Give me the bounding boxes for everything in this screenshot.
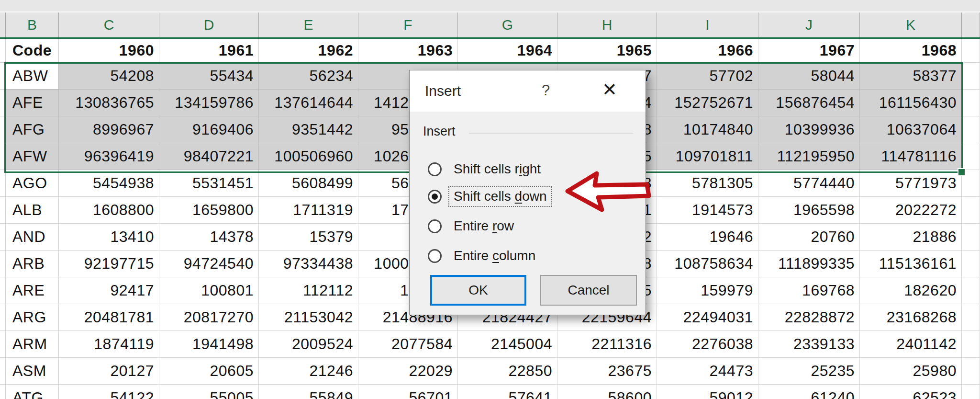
cell[interactable]: 13410 — [59, 224, 159, 251]
radio-circle-icon[interactable] — [428, 219, 442, 233]
radio-circle-icon[interactable] — [428, 162, 442, 176]
radio-entire-row[interactable]: Entire row — [428, 215, 519, 237]
column-header-partial-left[interactable] — [0, 12, 6, 37]
row-code-cell[interactable]: AND — [6, 224, 59, 251]
partial-cell[interactable] — [962, 304, 980, 331]
partial-cell[interactable] — [0, 277, 6, 304]
cell[interactable]: 2009524 — [259, 331, 358, 358]
partial-cell[interactable] — [962, 90, 980, 116]
cell[interactable]: 134159786 — [159, 90, 259, 116]
column-header-K[interactable]: K — [860, 12, 962, 37]
cell[interactable]: 92197715 — [59, 251, 159, 277]
cell[interactable]: 2211316 — [557, 331, 657, 358]
cell[interactable]: 2339133 — [758, 331, 860, 358]
cell[interactable]: 14378 — [159, 224, 259, 251]
row-code-cell[interactable]: ARM — [6, 331, 59, 358]
cell[interactable]: 1608800 — [59, 197, 159, 224]
cell[interactable]: 20760 — [758, 224, 860, 251]
column-header-partial-right[interactable] — [962, 12, 980, 37]
cell[interactable]: 55005 — [159, 385, 259, 399]
row-code-cell[interactable]: AGO — [6, 170, 59, 197]
close-icon[interactable]: ✕ — [602, 79, 617, 100]
partial-cell[interactable] — [962, 224, 980, 251]
cell[interactable]: 112112 — [259, 277, 358, 304]
cell[interactable]: 56234 — [259, 63, 358, 90]
year-header-cell[interactable]: 1960 — [59, 39, 159, 63]
partial-cell[interactable] — [962, 277, 980, 304]
partial-cell[interactable] — [0, 385, 6, 399]
cell[interactable]: 15379 — [259, 224, 358, 251]
cell[interactable]: 22850 — [458, 358, 557, 385]
year-header-cell[interactable]: 1964 — [458, 39, 557, 63]
cell[interactable]: 54122 — [59, 385, 159, 399]
cell[interactable]: 109701811 — [657, 143, 758, 170]
cell[interactable]: 161156430 — [860, 90, 962, 116]
cell[interactable]: 2401142 — [860, 331, 962, 358]
cell[interactable]: 94724540 — [159, 251, 259, 277]
partial-cell[interactable] — [0, 90, 6, 116]
cell[interactable]: 10399936 — [758, 116, 860, 143]
cell[interactable]: 1659800 — [159, 197, 259, 224]
year-header-cell[interactable]: 1965 — [557, 39, 657, 63]
partial-cell[interactable] — [0, 170, 6, 197]
radio-entire-column[interactable]: Entire column — [428, 245, 541, 267]
cell[interactable]: 98407221 — [159, 143, 259, 170]
cell[interactable]: 5771973 — [860, 170, 962, 197]
cell[interactable]: 1711319 — [259, 197, 358, 224]
cell[interactable]: 92417 — [59, 277, 159, 304]
partial-cell[interactable] — [0, 143, 6, 170]
cell[interactable]: 22828872 — [758, 304, 860, 331]
row-code-cell[interactable]: ARB — [6, 251, 59, 277]
help-icon[interactable]: ? — [542, 82, 550, 99]
partial-cell[interactable] — [962, 331, 980, 358]
column-header-J[interactable]: J — [758, 12, 860, 37]
partial-cell[interactable] — [962, 63, 980, 90]
cell[interactable]: 20817270 — [159, 304, 259, 331]
row-code-cell[interactable]: ARG — [6, 304, 59, 331]
cell[interactable]: 1914573 — [657, 197, 758, 224]
cell[interactable]: 2276038 — [657, 331, 758, 358]
row-code-cell[interactable]: AFE — [6, 90, 59, 116]
cell[interactable]: 8996967 — [59, 116, 159, 143]
cell[interactable]: 19646 — [657, 224, 758, 251]
cell[interactable]: 112195950 — [758, 143, 860, 170]
cell[interactable]: 5781305 — [657, 170, 758, 197]
cell[interactable]: 1965598 — [758, 197, 860, 224]
partial-cell[interactable] — [0, 197, 6, 224]
cancel-button[interactable]: Cancel — [540, 275, 637, 306]
cell[interactable]: 59012 — [657, 385, 758, 399]
cell[interactable]: 55849 — [259, 385, 358, 399]
code-header-cell[interactable]: Code — [6, 39, 59, 63]
cell[interactable]: 22494031 — [657, 304, 758, 331]
cell[interactable]: 152752671 — [657, 90, 758, 116]
cell[interactable]: 2077584 — [358, 331, 458, 358]
cell[interactable]: 9169406 — [159, 116, 259, 143]
row-code-cell[interactable]: ARE — [6, 277, 59, 304]
cell[interactable]: 2145004 — [458, 331, 557, 358]
column-header-I[interactable]: I — [657, 12, 758, 37]
row-code-cell[interactable]: ALB — [6, 197, 59, 224]
cell[interactable]: 1941498 — [159, 331, 259, 358]
column-header-C[interactable]: C — [59, 12, 159, 37]
cell[interactable]: 115136161 — [860, 251, 962, 277]
partial-cell[interactable] — [962, 197, 980, 224]
cell[interactable]: 111899335 — [758, 251, 860, 277]
cell[interactable]: 20605 — [159, 358, 259, 385]
cell[interactable]: 1874119 — [59, 331, 159, 358]
cell[interactable]: 5531451 — [159, 170, 259, 197]
partial-cell[interactable] — [962, 39, 980, 63]
selection-fill-handle[interactable] — [958, 168, 966, 176]
cell[interactable]: 61240 — [758, 385, 860, 399]
row-code-cell[interactable]: ASM — [6, 358, 59, 385]
partial-cell[interactable] — [0, 251, 6, 277]
cell[interactable]: 156876454 — [758, 90, 860, 116]
partial-cell[interactable] — [0, 358, 6, 385]
radio-circle-icon[interactable] — [428, 249, 442, 263]
partial-cell[interactable] — [962, 385, 980, 399]
cell[interactable]: 20127 — [59, 358, 159, 385]
cell[interactable]: 159979 — [657, 277, 758, 304]
cell[interactable]: 100506960 — [259, 143, 358, 170]
year-header-cell[interactable]: 1963 — [358, 39, 458, 63]
cell[interactable]: 58044 — [758, 63, 860, 90]
ok-button[interactable]: OK — [430, 275, 526, 306]
